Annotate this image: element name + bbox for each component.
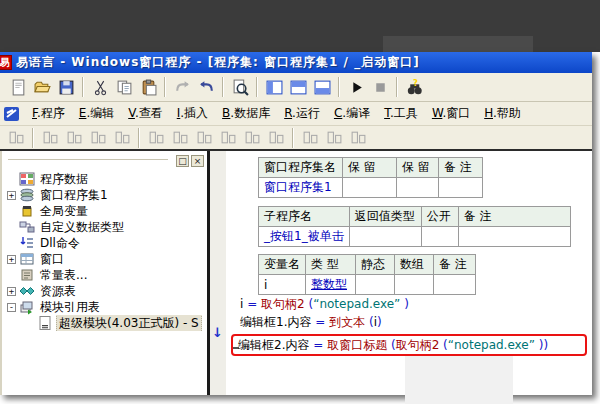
- tree-item[interactable]: +窗口: [6, 251, 207, 267]
- save-icon[interactable]: [54, 76, 78, 98]
- table-row: 窗口程序集1: [259, 178, 483, 198]
- align-generic-icon[interactable]: [240, 127, 264, 149]
- tree-expander[interactable]: +: [6, 255, 17, 264]
- tree-item[interactable]: 超级模块(4.03正式版) - S: [24, 315, 207, 331]
- table-cell[interactable]: i: [259, 275, 306, 295]
- editor-table: 子程序名返回值类型公开备 注_按钮1_被单击: [258, 206, 571, 247]
- tree-close-button[interactable]: ×: [191, 155, 204, 167]
- align-generic-icon[interactable]: [192, 127, 216, 149]
- code-line[interactable]: i = 取句柄2 (“notepad.exe” ): [240, 295, 587, 313]
- tree-item[interactable]: 常量表...: [6, 267, 207, 283]
- align-generic-icon[interactable]: [38, 127, 62, 149]
- menu-t[interactable]: T.工具: [377, 103, 425, 124]
- window-icon: [19, 251, 35, 267]
- menu-f[interactable]: F.程序: [25, 103, 72, 124]
- current-line-arrow-icon: ↓: [212, 325, 223, 340]
- code-token: (: [387, 338, 396, 352]
- table-header-cell: 备 注: [439, 158, 483, 178]
- align-generic-icon[interactable]: [346, 127, 370, 149]
- menu-b[interactable]: B.数据库: [215, 103, 277, 124]
- table-cell[interactable]: [421, 227, 458, 247]
- align-generic-icon[interactable]: [264, 127, 288, 149]
- run-icon[interactable]: [344, 76, 368, 98]
- table-cell[interactable]: [343, 178, 397, 198]
- global-var-icon: [19, 203, 35, 219]
- table-header-cell: 备 注: [434, 255, 476, 275]
- code-token: =: [243, 297, 261, 311]
- table-cell[interactable]: [349, 227, 421, 247]
- table-cell[interactable]: [397, 178, 439, 198]
- menu-v[interactable]: V.查看: [121, 103, 170, 124]
- toolbar-separator: [338, 77, 340, 97]
- menu-w[interactable]: W.窗口: [425, 103, 477, 124]
- undo-icon[interactable]: [194, 76, 218, 98]
- tree-expander[interactable]: -: [6, 303, 17, 312]
- align-generic-icon[interactable]: [62, 127, 86, 149]
- table-cell[interactable]: [439, 178, 483, 198]
- tree-item[interactable]: Dll命令: [6, 235, 207, 251]
- table-cell[interactable]: [356, 275, 395, 295]
- editor-table: 窗口程序集名保 留保 留备 注窗口程序集1: [258, 157, 483, 198]
- tree-item-label: 窗口程序集1: [38, 187, 110, 203]
- table-cell[interactable]: [434, 275, 476, 295]
- align-generic-icon[interactable]: [298, 127, 322, 149]
- find-binoculars-icon[interactable]: ?: [402, 76, 426, 98]
- menu-h[interactable]: H.帮助: [477, 103, 528, 124]
- align-generic-icon[interactable]: [110, 127, 134, 149]
- toolbar-separator: [256, 77, 258, 97]
- tree-float-button[interactable]: □: [176, 155, 189, 167]
- align-generic-icon[interactable]: [144, 127, 168, 149]
- menu-i[interactable]: I.插入: [170, 103, 215, 124]
- table-cell[interactable]: [458, 227, 570, 247]
- cut-icon[interactable]: [88, 76, 112, 98]
- table-header-cell: 公开: [421, 207, 458, 227]
- new-file-icon[interactable]: [6, 76, 30, 98]
- menu-e[interactable]: E.编辑: [72, 103, 121, 124]
- menu-r[interactable]: R.运行: [277, 103, 327, 124]
- tree-item-label: 超级模块(4.03正式版) - S: [56, 315, 202, 331]
- layout-bottom-icon[interactable]: [310, 76, 334, 98]
- code-line[interactable]: 编辑框1.内容 = 到文本 (i): [240, 313, 587, 331]
- menu-c[interactable]: C.编译: [327, 103, 377, 124]
- stop-icon[interactable]: [368, 76, 392, 98]
- project-tree: 程序数据+窗口程序集1全局变量自定义数据类型Dll命令+窗口常量表...+资源表…: [2, 168, 207, 331]
- table-cell[interactable]: _按钮1_被单击: [259, 227, 350, 247]
- tree-panel-grip[interactable]: [8, 159, 168, 162]
- redo-disabled-icon[interactable]: [170, 76, 194, 98]
- align-generic-icon[interactable]: [216, 127, 240, 149]
- paste-icon[interactable]: [136, 76, 160, 98]
- tree-item[interactable]: 自定义数据类型: [6, 219, 207, 235]
- align-generic-icon[interactable]: [168, 127, 192, 149]
- tree-item-label: 模块引用表: [38, 299, 102, 315]
- toolbar-separator: [32, 128, 34, 148]
- layout-left-icon[interactable]: [262, 76, 286, 98]
- align-generic-icon[interactable]: [4, 127, 28, 149]
- window-title: 易语言 - Windows窗口程序 - [程序集: 窗口程序集1 / _启动窗口…: [16, 54, 420, 71]
- code-token: (: [439, 338, 448, 352]
- table-cell[interactable]: 整数型: [306, 275, 356, 295]
- assembly-icon: [19, 187, 35, 203]
- tree-item[interactable]: +资源表: [6, 283, 207, 299]
- tree-item[interactable]: 程序数据: [6, 171, 207, 187]
- module-doc-icon: [37, 315, 53, 331]
- table-cell[interactable]: 窗口程序集1: [259, 178, 343, 198]
- resource-table-icon: [19, 283, 35, 299]
- bottom-gray-artifact: [405, 356, 513, 404]
- code-line-highlighted[interactable]: 编辑框2.内容 = 取窗口标题 (取句柄2 (“notepad.exe” )): [231, 334, 587, 356]
- align-generic-icon[interactable]: [86, 127, 110, 149]
- align-toolbar: [0, 126, 592, 151]
- dll-cmd-icon: [19, 235, 35, 251]
- align-generic-icon[interactable]: [322, 127, 346, 149]
- table-header-cell: 数组: [395, 255, 434, 275]
- tree-item[interactable]: -模块引用表: [6, 299, 207, 315]
- open-folder-icon[interactable]: [30, 76, 54, 98]
- copy-icon[interactable]: [112, 76, 136, 98]
- tree-item[interactable]: +窗口程序集1: [6, 187, 207, 203]
- tree-item[interactable]: 全局变量: [6, 203, 207, 219]
- layout-top-icon[interactable]: [286, 76, 310, 98]
- zoom-search-icon[interactable]: [228, 76, 252, 98]
- tree-expander[interactable]: +: [6, 191, 17, 200]
- table-cell[interactable]: [395, 275, 434, 295]
- tree-expander[interactable]: +: [6, 287, 17, 296]
- table-header-cell: 子程序名: [259, 207, 350, 227]
